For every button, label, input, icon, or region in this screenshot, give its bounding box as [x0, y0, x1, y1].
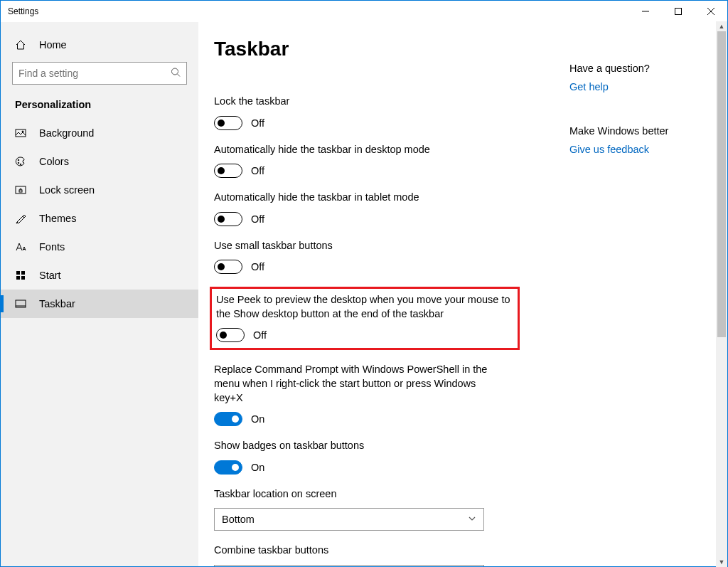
help-section: Have a question? Get help	[569, 63, 712, 92]
lockscreen-icon	[15, 184, 26, 196]
taskbar-icon	[15, 298, 26, 309]
svg-point-9	[18, 162, 19, 164]
toggle-lock-taskbar[interactable]	[214, 116, 242, 130]
svg-point-4	[172, 68, 178, 75]
scroll-up-icon[interactable]: ▲	[716, 21, 727, 31]
sidebar-item-colors[interactable]: Colors	[1, 147, 198, 176]
svg-rect-12	[19, 190, 22, 192]
setting-label: Show badges on taskbar buttons	[214, 439, 498, 453]
setting-autohide-desktop: Automatically hide the taskbar in deskto…	[214, 143, 498, 179]
setting-label: Taskbar location on screen	[214, 487, 498, 502]
settings-column: Taskbar Lock the taskbar Off Automatical…	[214, 38, 498, 566]
titlebar: Settings	[1, 1, 727, 22]
svg-rect-6	[16, 129, 26, 137]
picture-icon	[15, 127, 26, 139]
toggle-badges[interactable]	[214, 460, 242, 475]
setting-powershell: Replace Command Prompt with Windows Powe…	[214, 363, 498, 426]
palette-icon	[15, 156, 26, 167]
minimize-button[interactable]	[629, 1, 662, 22]
toggle-state: On	[251, 462, 264, 473]
setting-small-buttons: Use small taskbar buttons Off	[214, 239, 498, 275]
svg-line-5	[178, 74, 181, 77]
setting-label: Use small taskbar buttons	[214, 239, 498, 253]
sidebar-item-fonts[interactable]: Fonts	[1, 233, 198, 261]
maximize-button[interactable]	[662, 1, 695, 22]
sidebar-item-themes[interactable]: Themes	[1, 204, 198, 233]
setting-lock-taskbar: Lock the taskbar Off	[214, 95, 498, 130]
close-button[interactable]	[695, 1, 727, 22]
toggle-peek[interactable]	[216, 328, 245, 342]
toggle-autohide-tablet[interactable]	[214, 212, 242, 226]
toggle-state: Off	[251, 261, 264, 272]
toggle-state: On	[251, 413, 264, 425]
scroll-down-icon[interactable]: ▼	[716, 557, 727, 567]
search-input[interactable]	[12, 62, 187, 85]
toggle-state: Off	[253, 329, 267, 341]
sidebar-item-label: Start	[39, 270, 61, 281]
setting-label: Automatically hide the taskbar in tablet…	[214, 191, 498, 205]
scroll-thumb[interactable]	[717, 31, 726, 337]
feedback-section: Make Windows better Give us feedback	[569, 125, 712, 155]
chevron-down-icon	[468, 514, 476, 525]
setting-label: Automatically hide the taskbar in deskto…	[214, 143, 498, 157]
svg-rect-13	[16, 271, 20, 275]
feedback-heading: Make Windows better	[569, 125, 712, 137]
fonts-icon	[15, 241, 26, 253]
question-heading: Have a question?	[569, 63, 712, 74]
sidebar-item-label: Themes	[39, 213, 76, 224]
toggle-powershell[interactable]	[214, 412, 242, 426]
home-label: Home	[39, 39, 67, 51]
settings-window: Settings Home	[0, 0, 728, 567]
setting-combine-buttons: Combine taskbar buttons Always, hide lab…	[214, 544, 498, 566]
page-title: Taskbar	[214, 38, 498, 60]
window-controls	[629, 1, 727, 22]
svg-rect-1	[675, 9, 682, 15]
category-title: Personalization	[1, 99, 198, 119]
search-field[interactable]	[18, 68, 181, 79]
svg-rect-16	[21, 276, 25, 280]
dropdown-taskbar-location[interactable]: Bottom	[214, 508, 484, 531]
sidebar-item-background[interactable]: Background	[1, 119, 198, 147]
setting-label: Lock the taskbar	[214, 95, 498, 109]
window-title: Settings	[8, 6, 38, 16]
svg-point-7	[22, 131, 23, 132]
get-help-link[interactable]: Get help	[569, 81, 609, 92]
setting-autohide-tablet: Automatically hide the taskbar in tablet…	[214, 191, 498, 226]
search-wrap	[12, 62, 187, 85]
sidebar-item-label: Colors	[39, 156, 69, 167]
sidebar-item-start[interactable]: Start	[1, 261, 198, 290]
start-icon	[15, 270, 26, 281]
home-icon	[15, 39, 26, 51]
svg-point-10	[20, 164, 21, 165]
content-area: Home Personalization Background	[1, 22, 727, 566]
sidebar-item-taskbar[interactable]: Taskbar	[1, 290, 198, 318]
sidebar-item-label: Taskbar	[39, 298, 75, 309]
nav-list: Background Colors Lock screen Themes Fon…	[1, 119, 198, 318]
toggle-state: Off	[251, 213, 264, 225]
give-feedback-link[interactable]: Give us feedback	[569, 144, 649, 155]
setting-taskbar-location: Taskbar location on screen Bottom	[214, 487, 498, 531]
toggle-state: Off	[251, 117, 264, 129]
sidebar-item-label: Background	[39, 127, 94, 139]
search-icon	[171, 68, 181, 80]
right-column: Have a question? Get help Make Windows b…	[569, 38, 712, 566]
sidebar-item-label: Lock screen	[39, 184, 95, 196]
scrollbar[interactable]: ▲ ▼	[716, 21, 727, 567]
home-button[interactable]: Home	[1, 32, 198, 58]
setting-label: Combine taskbar buttons	[214, 544, 498, 558]
toggle-small-buttons[interactable]	[214, 260, 242, 274]
toggle-state: Off	[251, 165, 264, 176]
themes-icon	[15, 213, 26, 224]
setting-label: Replace Command Prompt with Windows Powe…	[214, 363, 498, 405]
svg-point-8	[18, 159, 19, 161]
sidebar: Home Personalization Background	[1, 22, 198, 566]
setting-peek-highlighted: Use Peek to preview the desktop when you…	[210, 287, 520, 350]
setting-label: Use Peek to preview the desktop when you…	[216, 293, 513, 321]
main-panel: Taskbar Lock the taskbar Off Automatical…	[198, 22, 727, 566]
toggle-autohide-desktop[interactable]	[214, 164, 242, 178]
sidebar-item-lockscreen[interactable]: Lock screen	[1, 176, 198, 204]
setting-badges: Show badges on taskbar buttons On	[214, 439, 498, 475]
svg-rect-15	[16, 276, 20, 280]
sidebar-item-label: Fonts	[39, 241, 65, 253]
dropdown-combine-buttons[interactable]: Always, hide labels	[214, 565, 484, 566]
